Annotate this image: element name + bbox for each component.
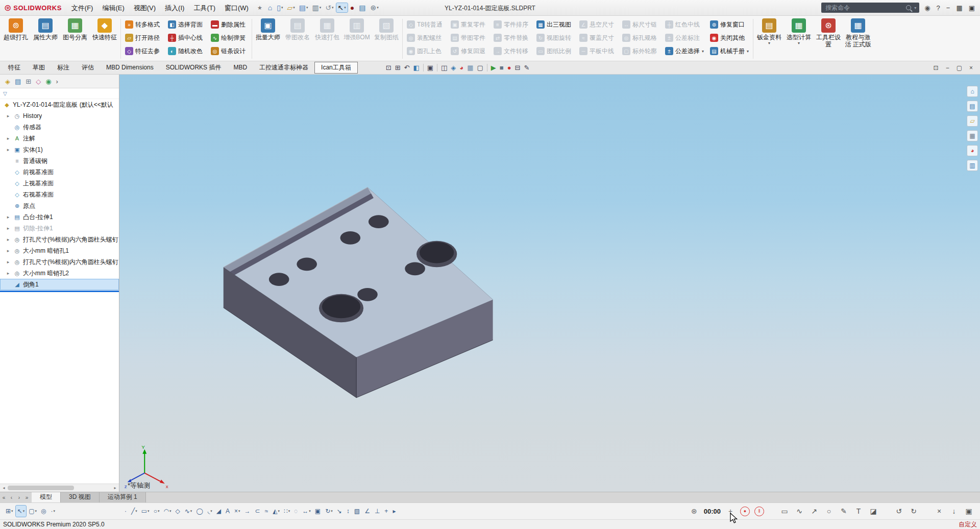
text-annotation-icon[interactable]: T: [853, 506, 864, 516]
configurationmanager-tab-icon[interactable]: ⊞: [26, 78, 31, 85]
user-account-icon[interactable]: ◉: [924, 4, 930, 12]
expand-arrow-icon[interactable]: ▸: [5, 214, 11, 220]
add-relation-icon[interactable]: ⊥: [373, 506, 382, 517]
ribbon-large-button[interactable]: ▤ 带图改名: [283, 17, 312, 41]
convert-entities-icon[interactable]: ⊂: [254, 506, 262, 517]
ribbon-tab[interactable]: 工控速通非标神器: [253, 62, 314, 74]
ribbon-small-button[interactable]: ↺ 修复回退: [448, 44, 491, 58]
extend-tool-icon[interactable]: →: [243, 506, 253, 517]
display-style-icon[interactable]: ◫: [441, 64, 447, 71]
annotate-icon[interactable]: ✎: [524, 64, 529, 71]
ribbon-small-button[interactable]: ∿ 绘制弹簧: [208, 31, 251, 44]
view-settings-icon[interactable]: ▢: [477, 64, 483, 71]
ribbon-small-button[interactable]: ◐ 随机改色: [165, 44, 208, 58]
help-icon[interactable]: ?: [937, 4, 940, 12]
arc-tool-icon[interactable]: ◠ ▾: [162, 506, 173, 517]
scroll-right-icon[interactable]: ▸: [111, 486, 119, 490]
ribbon-small-button[interactable]: ↻ 视图旋转: [533, 31, 576, 44]
move-toolbar-icon[interactable]: +: [725, 506, 736, 516]
ribbon-tab[interactable]: MBD: [227, 62, 253, 74]
select-tool-icon[interactable]: ↖ ▾: [336, 3, 348, 12]
panel-horizontal-scrollbar[interactable]: ◂ ▸: [0, 484, 119, 492]
text-tool-icon[interactable]: A: [224, 506, 232, 517]
expand-tabs-icon[interactable]: ›: [56, 78, 58, 85]
fillet-tool-icon[interactable]: ◟ ▾: [206, 506, 214, 517]
undo-icon[interactable]: ↺: [894, 506, 904, 516]
expand-arrow-icon[interactable]: ▸: [5, 147, 11, 152]
design-library-icon[interactable]: ▤: [967, 101, 978, 112]
record-button[interactable]: ●: [740, 507, 750, 516]
stretch-entities-icon[interactable]: ↕: [345, 506, 352, 517]
search-dropdown-icon[interactable]: ▾: [914, 6, 916, 10]
ribbon-display-icon[interactable]: ▣: [969, 4, 975, 12]
tree-item[interactable]: ◇ 右视基准面: [0, 189, 119, 200]
draw-rectangle-icon[interactable]: ▭: [779, 506, 790, 516]
previous-view-icon[interactable]: ↶: [404, 64, 410, 71]
expand-arrow-icon[interactable]: ▸: [5, 136, 11, 141]
tree-item[interactable]: ▸ ▤ 切除-拉伸1: [0, 223, 119, 234]
minimize-icon[interactable]: −: [946, 4, 950, 12]
zoom-area-icon[interactable]: ⊞: [395, 64, 401, 71]
featuremanager-tab-icon[interactable]: ◈: [5, 78, 10, 85]
scale-entities-icon[interactable]: ↘: [335, 506, 344, 517]
tree-item[interactable]: ▸ A 注解: [0, 133, 119, 144]
rollback-bar[interactable]: [0, 291, 119, 292]
linear-pattern-icon[interactable]: ∷ ▾: [282, 506, 291, 517]
ribbon-small-button[interactable]: ◉ 关闭其他: [707, 31, 752, 44]
ribbon-small-button[interactable]: ↔ 标尺寸链: [619, 18, 662, 31]
expand-arrow-icon[interactable]: ▸: [5, 259, 11, 264]
spline-tool-icon[interactable]: ∿ ▾: [183, 506, 194, 517]
ribbon-small-button[interactable]: ◇ T8转普通: [404, 18, 448, 31]
menu-item[interactable]: 插入(I): [160, 1, 189, 15]
selection-filter-icon[interactable]: ▢ ▾: [27, 506, 38, 517]
tree-item[interactable]: ▸ ▣ 实体(1): [0, 144, 119, 155]
screenshot-icon[interactable]: ▣: [964, 506, 974, 516]
ribbon-small-button[interactable]: ▤ 带图零件: [448, 31, 491, 44]
ribbon-tab[interactable]: 评估: [76, 62, 100, 74]
graphics-area[interactable]: Y x z ⌂▤▱▦◕▥ *等轴测: [119, 75, 980, 492]
ribbon-small-button[interactable]: ≈ 覆盖尺寸: [576, 31, 619, 44]
view-tool-icon[interactable]: [437, 64, 437, 71]
point-tool-icon[interactable]: ·: [123, 506, 129, 517]
ribbon-small-button[interactable]: ▬ 删除属性: [208, 18, 251, 31]
mirror-entities-icon[interactable]: ◭ ▾: [271, 506, 281, 517]
menu-item[interactable]: 视图(V): [129, 1, 160, 15]
customize-link[interactable]: 自定义: [959, 520, 977, 529]
tree-item[interactable]: ≡ 普通碳钢: [0, 155, 119, 166]
ribbon-small-button[interactable]: ▤ 机械手册 ▾: [707, 44, 752, 58]
print-icon[interactable]: ▥ ▾: [311, 3, 323, 12]
menu-item[interactable]: 编辑(E): [97, 1, 129, 15]
part-hole[interactable]: [297, 257, 317, 271]
expand-arrow-icon[interactable]: ▸: [5, 237, 11, 242]
tree-item[interactable]: ▸ ◎ 打孔尺寸(%根据)内六角圆柱头螺钉: [0, 234, 119, 245]
ribbon-large-button[interactable]: ▦ 快速打包: [312, 17, 342, 41]
save-download-icon[interactable]: ↓: [949, 506, 959, 516]
save-icon[interactable]: ▤ ▾: [298, 3, 310, 12]
tree-item[interactable]: ▸ ◎ 大小mm 暗销孔1: [0, 245, 119, 256]
eraser-icon[interactable]: ◪: [868, 506, 878, 516]
options-icon[interactable]: ⊛ ▾: [369, 3, 380, 12]
draw-arrow-icon[interactable]: ↗: [809, 506, 819, 516]
ribbon-small-button[interactable]: ┼ 红色中线: [662, 18, 707, 31]
tree-item[interactable]: ◇ 前视基准面: [0, 166, 119, 178]
circular-pattern-icon[interactable]: ◌: [292, 506, 300, 517]
view-palette-icon[interactable]: ▦: [967, 130, 978, 141]
snap-icon[interactable]: · ▾: [50, 506, 57, 517]
ribbon-large-button[interactable]: ▤ 属性大师: [31, 17, 60, 41]
ribbon-tab[interactable]: 草图: [27, 62, 51, 74]
ribbon-large-button[interactable]: ⊚ 超级打孔: [1, 17, 31, 41]
trim-tool-icon[interactable]: × ▾: [233, 506, 242, 517]
ribbon-small-button[interactable]: ─ 平板中线: [576, 44, 619, 58]
polygon-tool-icon[interactable]: ◇: [174, 506, 182, 517]
displaymanager-tab-icon[interactable]: ◉: [45, 78, 51, 85]
ribbon-large-button[interactable]: ▦ 选型计算 ▾: [784, 17, 814, 45]
ribbon-small-button[interactable]: ▦ 出三视图: [533, 18, 576, 31]
ribbon-small-button[interactable]: ⊛ 修复窗口: [707, 18, 752, 31]
tree-item[interactable]: ▸ ◎ 大小mm 暗销孔2: [0, 268, 119, 279]
recorder-settings-icon[interactable]: ⊛: [689, 506, 699, 516]
scroll-left-icon[interactable]: ◂: [0, 486, 8, 490]
ribbon-small-button[interactable]: ± 公差选择 ▾: [662, 44, 707, 58]
menu-item[interactable]: 窗口(W): [220, 1, 253, 15]
part-hole[interactable]: [405, 262, 425, 275]
tree-root-item[interactable]: ◆ YL-YZ-01-014-固定底板 (默认<<默认: [0, 99, 119, 110]
